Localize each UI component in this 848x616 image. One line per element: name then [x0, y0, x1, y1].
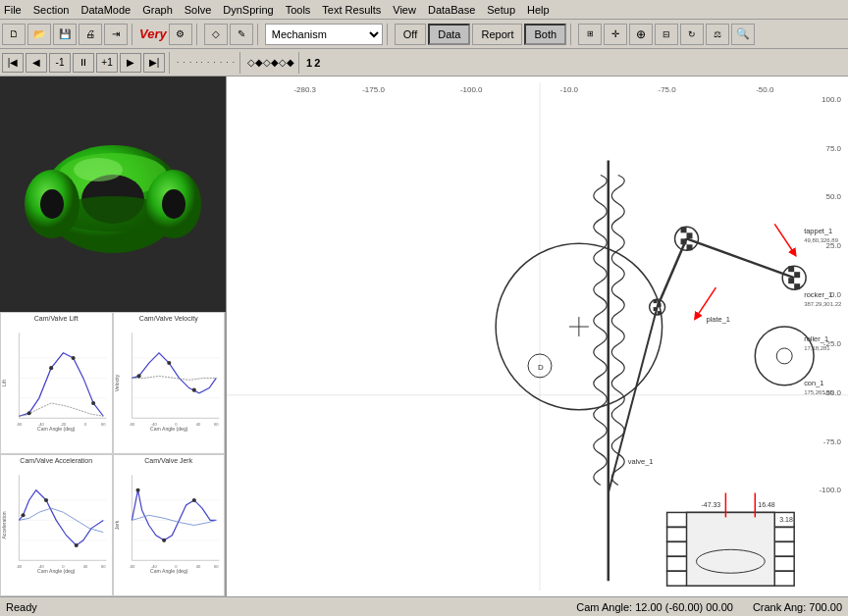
graph-jerk-svg: Cam Angle (deg) Jerk -60 -40 0 40 60 — [114, 455, 225, 595]
rocker-label: rocker_1 — [804, 290, 832, 299]
dot-pattern2: · · · · · · — [201, 58, 236, 67]
anim-minus1[interactable]: -1 — [49, 53, 71, 73]
search-icon[interactable]: 🔍 — [731, 24, 755, 45]
svg-text:-175.0: -175.0 — [362, 85, 385, 94]
svg-point-45 — [21, 513, 25, 517]
svg-point-61 — [162, 539, 166, 542]
svg-point-30 — [136, 374, 140, 378]
mode-off[interactable]: Off — [395, 24, 426, 45]
graph-lift-title: Cam/Valve Lift — [34, 315, 79, 322]
save-button[interactable]: 💾 — [53, 24, 77, 45]
graph-lift: Cam/Valve Lift — [0, 312, 113, 454]
menu-setup[interactable]: Setup — [487, 4, 515, 16]
num-label-2: 2 — [314, 57, 320, 69]
menu-tools[interactable]: Tools — [286, 4, 311, 16]
anim-play[interactable]: ▶ — [120, 53, 141, 73]
svg-line-101 — [687, 238, 795, 278]
svg-rect-104 — [681, 227, 687, 232]
rotate-icon[interactable]: ↻ — [680, 24, 704, 45]
toolbar2: |◀ ◀ -1 ⏸ +1 ▶ ▶| · · · · · · · · · · ◇◆… — [0, 49, 848, 77]
svg-text:75.0: 75.0 — [826, 144, 842, 153]
svg-text:100.0: 100.0 — [822, 95, 842, 104]
graph-jerk-title: Cam/Valve Jerk — [144, 457, 192, 464]
zoom-in-icon[interactable]: ⊕ — [629, 24, 653, 45]
anim-prev[interactable]: ◀ — [26, 53, 47, 73]
dim-label2: 16.48 — [758, 501, 775, 508]
svg-point-5 — [40, 189, 64, 219]
menu-datamode[interactable]: DataMode — [80, 4, 131, 16]
graph-velocity-svg: Cam Angle (deg) Velocity -60 -40 0 40 60 — [114, 313, 225, 453]
dot-pattern1: · · · · — [177, 58, 199, 67]
mechanism-drawing[interactable]: 100.0 75.0 50.0 25.0 0.0 -25.0 -50.0 -75… — [226, 77, 848, 596]
anim-last[interactable]: ▶| — [143, 53, 165, 73]
dim-label3: 3.18 — [779, 516, 793, 523]
diamond-icons: ◇◆◇◆◇◆ — [247, 57, 294, 68]
svg-text:-75.0: -75.0 — [658, 85, 676, 94]
svg-rect-105 — [687, 232, 693, 238]
mechanism-dropdown[interactable]: Mechanism — [265, 24, 383, 45]
svg-text:40: 40 — [83, 564, 88, 569]
mode-data[interactable]: Data — [428, 24, 470, 45]
open-button[interactable]: 📂 — [27, 24, 51, 45]
anim-pause[interactable]: ⏸ — [73, 53, 94, 73]
left-panel: Cam/Valve Lift — [0, 77, 226, 596]
menu-textresults[interactable]: Text Results — [322, 4, 381, 16]
menu-section[interactable]: Section — [33, 4, 70, 16]
svg-point-46 — [44, 498, 48, 502]
svg-rect-122 — [658, 303, 662, 307]
anim-first[interactable]: |◀ — [2, 53, 24, 73]
mode-both[interactable]: Both — [524, 24, 566, 45]
tool1[interactable]: ◇ — [204, 24, 228, 45]
tool2[interactable]: ✎ — [230, 24, 253, 45]
svg-line-113 — [774, 224, 794, 253]
plate-label: plate_1 — [706, 315, 730, 324]
svg-point-15 — [49, 366, 53, 370]
svg-text:Jerk: Jerk — [114, 520, 120, 530]
anim-plus1[interactable]: +1 — [96, 53, 118, 73]
svg-rect-110 — [794, 272, 800, 278]
svg-text:60: 60 — [214, 564, 219, 569]
svg-text:-50.0: -50.0 — [756, 85, 774, 94]
move-icon[interactable]: ✛ — [604, 24, 627, 45]
menu-help[interactable]: Help — [527, 4, 550, 16]
svg-text:-60: -60 — [129, 564, 135, 569]
model-button[interactable]: ⚙ — [169, 24, 192, 45]
toolbar1: 🗋 📂 💾 🖨 ⇥ Very ⚙ ◇ ✎ Mechanism Off Data … — [0, 20, 848, 49]
graph-acceleration: Cam/Valve Acceleration Cam Angle (deg) A… — [0, 454, 113, 596]
num-label-1: 1 — [306, 57, 312, 69]
menu-file[interactable]: File — [4, 4, 22, 16]
svg-point-62 — [191, 498, 195, 502]
svg-rect-112 — [794, 283, 800, 289]
svg-text:-100.0: -100.0 — [460, 85, 483, 94]
grid-icon[interactable]: ⊞ — [578, 24, 602, 45]
svg-text:Acceleration: Acceleration — [1, 511, 7, 539]
separator1 — [132, 24, 135, 45]
graph-accel-title: Cam/Valve Acceleration — [20, 457, 92, 464]
svg-line-114 — [696, 287, 716, 317]
logo-very: Very — [139, 26, 167, 41]
mode-report[interactable]: Report — [472, 24, 522, 45]
svg-text:-75.0: -75.0 — [823, 437, 842, 446]
svg-point-7 — [162, 189, 186, 219]
new-button[interactable]: 🗋 — [2, 24, 26, 45]
roller-coord: 17,18,281 — [804, 345, 830, 351]
svg-text:-60: -60 — [129, 422, 135, 427]
status-angles: Cam Angle: 12.00 (-60.00) 00.00 Crank An… — [576, 601, 842, 613]
crank-angle-status: Crank Ang: 700.00 — [753, 601, 842, 613]
menu-database[interactable]: DataBase — [428, 4, 475, 16]
svg-point-14 — [27, 411, 31, 415]
zoom-out-icon[interactable]: ⊟ — [655, 24, 678, 45]
svg-point-17 — [91, 401, 95, 405]
menu-dynspring[interactable]: DynSpring — [223, 4, 273, 16]
import-button[interactable]: ⇥ — [104, 24, 128, 45]
menu-view[interactable]: View — [393, 4, 416, 16]
graph-lift-svg: Cam Angle (deg) Lift -60 -40 -20 0 60 — [1, 313, 112, 453]
menu-solve[interactable]: Solve — [185, 4, 212, 16]
graph-velocity-title: Cam/Valve Velocity — [139, 315, 198, 322]
svg-rect-99 — [687, 512, 775, 586]
print-button[interactable]: 🖨 — [79, 24, 102, 45]
menu-graph[interactable]: Graph — [142, 4, 173, 16]
status-ready: Ready — [6, 601, 556, 613]
measure-icon[interactable]: ⚖ — [706, 24, 729, 45]
separator8 — [298, 52, 302, 74]
